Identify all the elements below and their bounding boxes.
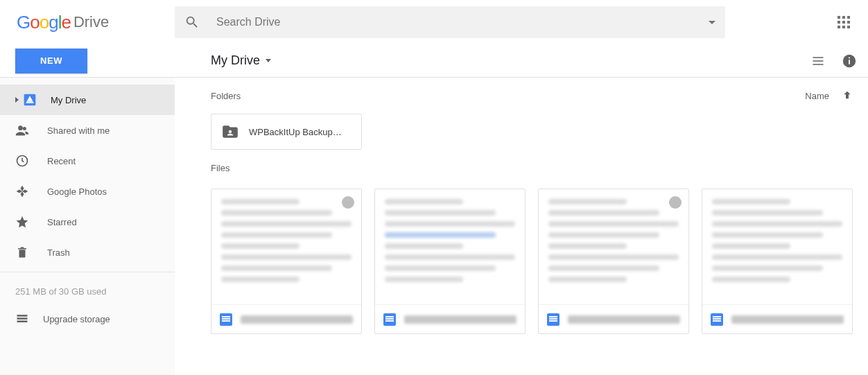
badge-icon bbox=[669, 196, 682, 209]
people-icon bbox=[15, 123, 29, 137]
breadcrumb[interactable]: My Drive bbox=[175, 53, 271, 68]
google-doc-icon bbox=[547, 313, 559, 326]
file-title bbox=[404, 315, 517, 324]
star-icon bbox=[15, 215, 29, 229]
sidebar-item-label: Starred bbox=[47, 217, 77, 227]
list-view-icon[interactable] bbox=[811, 54, 825, 68]
google-doc-icon bbox=[220, 313, 232, 326]
svg-rect-7 bbox=[17, 315, 28, 317]
files-heading: Files bbox=[211, 163, 229, 173]
sidebar-item-my-drive[interactable]: My Drive bbox=[0, 85, 175, 115]
sidebar-item-label: Shared with me bbox=[47, 125, 110, 136]
apps-grid-icon[interactable] bbox=[837, 16, 850, 28]
svg-point-4 bbox=[18, 125, 23, 130]
sort-label[interactable]: Name bbox=[805, 91, 829, 101]
sidebar: My DriveShared with meRecentGoogle Photo… bbox=[0, 78, 175, 375]
chevron-right-icon bbox=[15, 97, 19, 103]
folder-name: WPBackItUp Backup… bbox=[249, 127, 342, 137]
svg-rect-1 bbox=[849, 60, 850, 64]
sidebar-item-shared-with-me[interactable]: Shared with me bbox=[0, 115, 175, 146]
file-preview bbox=[539, 189, 688, 304]
file-card[interactable] bbox=[702, 189, 853, 334]
clock-icon bbox=[15, 154, 29, 168]
google-logo: Google bbox=[17, 12, 71, 33]
new-button[interactable]: NEW bbox=[15, 49, 87, 73]
file-preview bbox=[702, 189, 852, 304]
sidebar-item-label: Trash bbox=[47, 247, 70, 258]
storage-icon bbox=[15, 312, 29, 326]
file-card[interactable] bbox=[538, 189, 689, 334]
file-card[interactable] bbox=[211, 189, 362, 334]
badge-icon bbox=[342, 196, 354, 209]
photos-icon bbox=[15, 184, 29, 198]
search-options-caret-icon[interactable] bbox=[709, 21, 715, 24]
sidebar-item-starred[interactable]: Starred bbox=[0, 207, 175, 237]
file-card[interactable] bbox=[374, 189, 526, 334]
upgrade-storage[interactable]: Upgrade storage bbox=[0, 297, 175, 326]
logo[interactable]: Google Drive bbox=[17, 12, 175, 33]
svg-rect-8 bbox=[17, 317, 28, 320]
chevron-down-icon bbox=[266, 59, 271, 62]
svg-rect-9 bbox=[17, 321, 28, 323]
google-doc-icon bbox=[383, 313, 396, 326]
file-title bbox=[241, 315, 353, 324]
file-title bbox=[568, 315, 680, 324]
breadcrumb-label: My Drive bbox=[211, 53, 260, 68]
storage-usage: 251 MB of 30 GB used bbox=[0, 272, 175, 297]
header: Google Drive bbox=[0, 0, 868, 44]
google-doc-icon bbox=[711, 313, 723, 326]
product-name: Drive bbox=[73, 13, 109, 31]
main-content: Folders Name WPBackItUp Backup… Files bbox=[175, 78, 868, 375]
trash-icon bbox=[15, 245, 29, 259]
sidebar-item-google-photos[interactable]: Google Photos bbox=[0, 176, 175, 207]
sidebar-item-label: My Drive bbox=[51, 95, 86, 105]
sidebar-item-recent[interactable]: Recent bbox=[0, 146, 175, 176]
search-box[interactable] bbox=[175, 6, 725, 38]
folders-heading: Folders bbox=[211, 91, 241, 101]
folder-item[interactable]: WPBackItUp Backup… bbox=[211, 114, 362, 150]
sort-arrow-up-icon[interactable] bbox=[842, 89, 853, 103]
upgrade-label: Upgrade storage bbox=[43, 314, 110, 324]
svg-point-10 bbox=[229, 130, 232, 133]
search-icon bbox=[184, 15, 200, 30]
sidebar-item-trash[interactable]: Trash bbox=[0, 237, 175, 268]
svg-point-5 bbox=[23, 127, 26, 130]
file-preview bbox=[211, 189, 361, 304]
toolbar: NEW My Drive bbox=[0, 44, 868, 78]
file-title bbox=[731, 315, 844, 324]
shared-folder-icon bbox=[221, 123, 239, 141]
svg-rect-2 bbox=[849, 57, 850, 58]
sidebar-item-label: Google Photos bbox=[47, 186, 107, 197]
info-icon[interactable] bbox=[842, 53, 857, 69]
search-input[interactable] bbox=[216, 16, 709, 28]
drive-icon bbox=[23, 93, 37, 107]
file-preview bbox=[375, 189, 525, 304]
sidebar-item-label: Recent bbox=[47, 156, 76, 166]
